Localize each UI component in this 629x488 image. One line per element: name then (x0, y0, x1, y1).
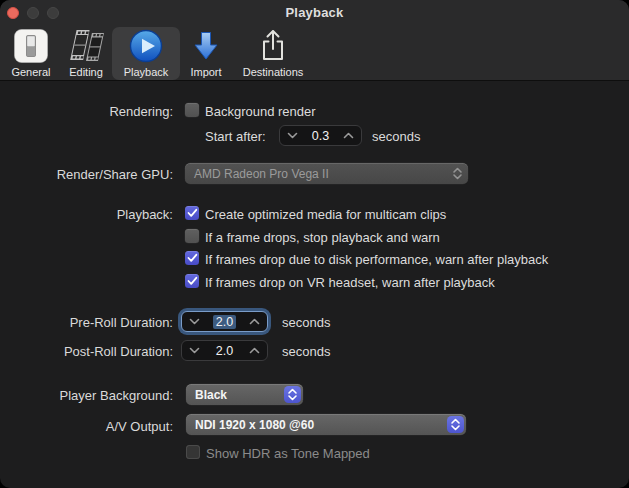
vr-headset-warn-label: If frames drop on VR headset, warn after… (205, 275, 495, 290)
stepper-increment-icon[interactable] (343, 132, 354, 139)
title-bar: Playback General (0, 0, 629, 81)
pre-roll-stepper[interactable]: 2.0 (181, 311, 268, 332)
popup-chevrons-icon (449, 165, 466, 182)
rendering-label: Rendering: (0, 104, 173, 119)
stepper-decrement-icon[interactable] (189, 318, 200, 325)
post-roll-label: Post-Roll Duration: (0, 344, 173, 359)
toolbar-tab-playback[interactable]: Playback (112, 27, 180, 80)
av-output-value: NDI 1920 x 1080 @60 (195, 418, 314, 432)
show-hdr-checkbox (186, 445, 200, 459)
vr-headset-warn-checkbox[interactable] (185, 274, 199, 288)
start-after-value[interactable]: 0.3 (312, 129, 329, 143)
player-background-value: Black (195, 388, 227, 402)
frame-drop-stop-checkbox[interactable] (185, 229, 199, 243)
multicam-optimized-label: Create optimized media for multicam clip… (205, 207, 446, 222)
preferences-window: Playback General (0, 0, 629, 488)
toolbar-tab-editing[interactable]: Editing (60, 27, 112, 80)
window-title: Playback (0, 5, 629, 20)
popup-chevrons-icon (284, 386, 301, 403)
gpu-popup-button: AMD Radeon Pro Vega II (185, 163, 468, 184)
popup-chevrons-icon (447, 416, 464, 433)
disk-performance-warn-label: If frames drop due to disk performance, … (205, 252, 548, 267)
start-after-label: Start after: (205, 129, 266, 144)
stepper-decrement-icon[interactable] (287, 132, 298, 139)
gpu-label: Render/Share GPU: (0, 167, 173, 182)
av-output-label: A/V Output: (0, 419, 173, 434)
pre-roll-value[interactable]: 2.0 (213, 315, 236, 329)
multicam-optimized-checkbox[interactable] (185, 206, 199, 220)
general-switch-icon (14, 27, 48, 65)
av-output-popup[interactable]: NDI 1920 x 1080 @60 (186, 414, 466, 435)
toolbar-tab-label: Destinations (243, 66, 304, 78)
player-background-popup[interactable]: Black (186, 384, 303, 405)
disk-performance-warn-checkbox[interactable] (185, 251, 199, 265)
background-render-checkbox[interactable] (185, 103, 199, 117)
post-roll-unit: seconds (282, 344, 330, 359)
destinations-share-icon (256, 27, 290, 65)
playback-label: Playback: (0, 207, 173, 222)
stepper-increment-icon[interactable] (249, 347, 260, 354)
player-background-label: Player Background: (0, 388, 173, 403)
toolbar-tab-destinations[interactable]: Destinations (234, 27, 312, 80)
editing-filmstrips-icon (66, 27, 106, 65)
post-roll-value[interactable]: 2.0 (216, 344, 233, 358)
pre-roll-label: Pre-Roll Duration: (0, 315, 173, 330)
pre-roll-unit: seconds (282, 315, 330, 330)
toolbar-tab-general[interactable]: General (7, 27, 55, 80)
toolbar-tab-label: Playback (124, 66, 169, 78)
start-after-stepper[interactable]: 0.3 (279, 125, 362, 146)
post-roll-stepper[interactable]: 2.0 (181, 340, 268, 361)
toolbar-tab-import[interactable]: Import (182, 27, 230, 80)
start-after-unit: seconds (372, 129, 420, 144)
frame-drop-stop-label: If a frame drops, stop playback and warn (205, 230, 440, 245)
background-render-label: Background render (205, 104, 316, 119)
stepper-decrement-icon[interactable] (189, 347, 200, 354)
gpu-popup-value: AMD Radeon Pro Vega II (194, 167, 329, 181)
show-hdr-label: Show HDR as Tone Mapped (206, 446, 370, 461)
stepper-increment-icon[interactable] (249, 318, 260, 325)
playback-play-icon (128, 27, 164, 65)
toolbar-tab-label: Editing (69, 66, 103, 78)
toolbar-tab-label: Import (190, 66, 221, 78)
toolbar-tab-label: General (11, 66, 50, 78)
import-arrow-icon (189, 27, 223, 65)
